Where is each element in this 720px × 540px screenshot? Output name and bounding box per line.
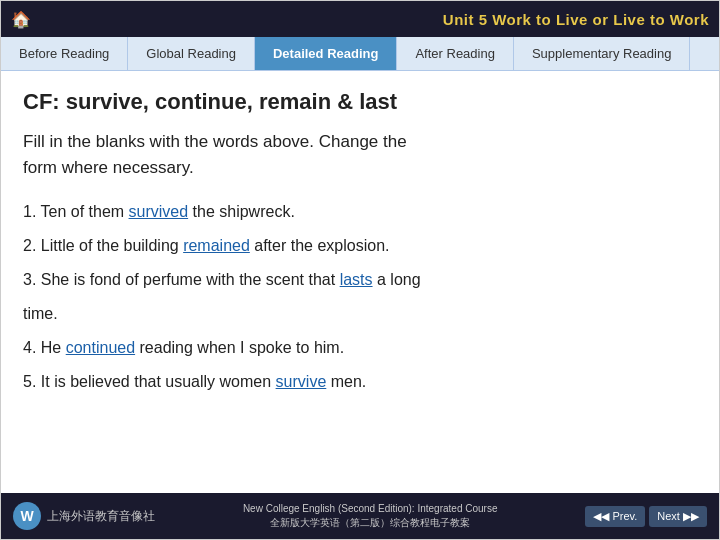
main-window: 🏠 Unit 5 Work to Live or Live to Work Be…: [0, 0, 720, 540]
header-left: 🏠: [11, 10, 31, 29]
answer-4: continued: [66, 339, 135, 356]
instruction: Fill in the blanks with the words above.…: [23, 129, 697, 180]
answer-2: remained: [183, 237, 250, 254]
exercise-4: 4. He continued reading when I spoke to …: [23, 332, 697, 364]
logo-icon: W: [13, 502, 41, 530]
tab-supplementary-reading[interactable]: Supplementary Reading: [514, 37, 690, 70]
main-content: CF: survive, continue, remain & last Fil…: [1, 71, 719, 493]
bottom-info: New College English (Second Edition): In…: [243, 502, 498, 530]
tab-global-reading[interactable]: Global Reading: [128, 37, 255, 70]
answer-1: survived: [129, 203, 189, 220]
exercise-3: 3. She is fond of perfume with the scent…: [23, 264, 697, 296]
exercises: 1. Ten of them survived the shipwreck. 2…: [23, 196, 697, 398]
exercise-5: 5. It is believed that usually women sur…: [23, 366, 697, 398]
bottom-logo: W 上海外语教育音像社: [13, 502, 155, 530]
logo-text: 上海外语教育音像社: [47, 508, 155, 525]
next-button[interactable]: Next ▶▶: [649, 506, 707, 527]
exercise-2: 2. Little of the building remained after…: [23, 230, 697, 262]
cf-title: CF: survive, continue, remain & last: [23, 89, 697, 115]
answer-3: lasts: [340, 271, 373, 288]
answer-5: survive: [276, 373, 327, 390]
nav-buttons: ◀◀ Prev. Next ▶▶: [585, 506, 707, 527]
bottom-bar: W 上海外语教育音像社 New College English (Second …: [1, 493, 719, 539]
unit-title: Unit 5 Work to Live or Live to Work: [443, 11, 709, 28]
exercise-3b: time.: [23, 298, 697, 330]
tab-before-reading[interactable]: Before Reading: [1, 37, 128, 70]
home-icon[interactable]: 🏠: [11, 10, 31, 29]
tab-after-reading[interactable]: After Reading: [397, 37, 514, 70]
header-bar: 🏠 Unit 5 Work to Live or Live to Work: [1, 1, 719, 37]
nav-tabs: Before Reading Global Reading Detailed R…: [1, 37, 719, 71]
tab-detailed-reading[interactable]: Detailed Reading: [255, 37, 397, 70]
prev-button[interactable]: ◀◀ Prev.: [585, 506, 645, 527]
exercise-1: 1. Ten of them survived the shipwreck.: [23, 196, 697, 228]
